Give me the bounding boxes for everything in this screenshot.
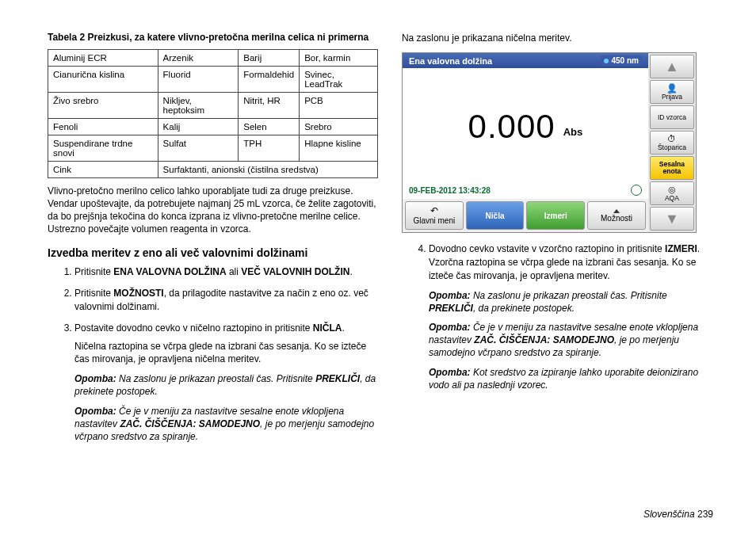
cell: Svinec, LeadTrak <box>300 66 378 92</box>
chevron-up-icon <box>613 209 620 213</box>
text-bold: MOŽNOSTI <box>113 288 163 299</box>
page-footer: Slovenščina 239 <box>643 509 713 520</box>
text-bold: PREKLIČI <box>315 373 360 384</box>
timestamp: 09-FEB-2012 13:43:28 <box>409 186 491 195</box>
note: Opomba: Če je v meniju za nastavitve ses… <box>74 405 378 444</box>
cell: Fluorid <box>158 66 239 92</box>
login-icon: 👤 <box>666 84 678 93</box>
cell: Cink <box>48 161 158 177</box>
stopwatch-icon: ⏱ <box>667 135 676 143</box>
cell: Fenoli <box>48 118 158 135</box>
text-bold: ENA VALOVNA DOLŽINA <box>113 266 226 277</box>
text: . <box>349 266 352 277</box>
wavelength-value: 450 nm <box>611 56 638 65</box>
aqa-icon: ◎ <box>668 185 676 194</box>
text-bold: VEČ VALOVNIH DOLŽIN <box>241 266 349 277</box>
reading-area: 0.000 Abs <box>403 68 648 185</box>
text-bold: ZAČ. ČIŠČENJA: SAMODEJNO <box>474 334 614 345</box>
text: Pritisnite <box>74 266 113 277</box>
cell: Sulfat <box>158 135 239 161</box>
scroll-up-button[interactable]: ▲ <box>650 55 694 78</box>
device-screenshot: Ena valovna dolžina 450 nm 0.000 Abs 09-… <box>402 52 716 233</box>
note-label: Opomba: <box>429 322 471 333</box>
text: Na zaslonu je prikazan preostali čas. Pr… <box>471 290 667 301</box>
cell: Cianurična kislina <box>48 66 158 92</box>
cell: Surfaktanti, anionski (čistilna sredstva… <box>158 161 377 177</box>
cell: Suspendirane trdne snovi <box>48 135 158 161</box>
options-button[interactable]: Možnosti <box>587 201 646 230</box>
zero-button[interactable]: Ničla <box>466 201 525 230</box>
cell: Nikljev, heptoksim <box>158 92 239 118</box>
back-arrow-icon: ↶ <box>430 206 438 216</box>
recycle-icon <box>631 185 642 196</box>
text: Dovodno cevko vstavite v vzorčno raztopi… <box>429 243 665 254</box>
step-4: Dovodno cevko vstavite v vzorčno raztopi… <box>429 242 716 391</box>
button-label: AQA <box>665 195 679 202</box>
paragraph: Vlivno-pretočno merilno celico lahko upo… <box>48 185 378 236</box>
cell: TPH <box>239 135 300 161</box>
cell: Aluminij ECR <box>48 49 158 66</box>
step-3: Postavite dovodno cevko v ničelno raztop… <box>74 322 378 443</box>
reading-value: 0.000 <box>468 108 556 146</box>
cell: Formaldehid <box>239 66 300 92</box>
text: ali <box>227 266 242 277</box>
reading-unit: Abs <box>563 126 583 138</box>
cell: PCB <box>300 92 378 118</box>
text: . <box>697 243 700 254</box>
main-menu-button[interactable]: ↶Glavni meni <box>405 201 464 230</box>
aqa-button[interactable]: ◎AQA <box>650 181 694 205</box>
button-label: ID vzorca <box>658 114 686 121</box>
timer-button[interactable]: ⏱Štoparica <box>650 131 694 154</box>
paragraph: Na zaslonu je prikazana ničelna meritev. <box>402 32 716 44</box>
footer-language: Slovenščina <box>643 509 695 520</box>
sipper-button[interactable]: Sesalna enota <box>650 156 694 180</box>
note-label: Opomba: <box>74 406 116 417</box>
sample-id-button[interactable]: ID vzorca <box>650 105 694 129</box>
button-label: Štoparica <box>658 144 686 151</box>
screen-title: Ena valovna dolžina <box>409 56 492 66</box>
wavelength-indicator-icon <box>604 59 609 63</box>
cell: Nitrit, HR <box>239 92 300 118</box>
text: Na zaslonu je prikazan preostali čas. Pr… <box>116 373 315 384</box>
cell: Arzenik <box>158 49 239 66</box>
footer-page-number: 239 <box>697 509 713 520</box>
cell: Bor, karmin <box>300 49 378 66</box>
note-label: Opomba: <box>74 373 116 384</box>
note: Opomba: Če je v meniju za nastavitve ses… <box>429 321 716 360</box>
step-1: Pritisnite ENA VALOVNA DOLŽINA ali VEČ V… <box>74 265 378 279</box>
measure-button[interactable]: Izmeri <box>526 201 585 230</box>
text-bold: NIČLA <box>313 322 342 334</box>
note-label: Opomba: <box>429 367 471 378</box>
text: . <box>342 322 345 334</box>
cell: Srebro <box>300 118 378 135</box>
text: , da prekinete postopek. <box>473 303 575 314</box>
scroll-down-button[interactable]: ▼ <box>650 207 694 231</box>
note-label: Opomba: <box>429 290 471 301</box>
step-subtext: Vzorčna raztopina se včrpa glede na izbr… <box>429 256 716 283</box>
note: Opomba: Kot sredstvo za izpiranje lahko … <box>429 366 716 391</box>
button-label: Prijava <box>662 93 682 101</box>
login-button[interactable]: 👤Prijava <box>650 80 694 104</box>
note: Opomba: Na zaslonu je prikazan preostali… <box>74 372 378 398</box>
text-bold: ZAČ. ČIŠČENJA: SAMODEJNO <box>120 418 260 429</box>
tests-table: Aluminij ECR Arzenik Barij Bor, karmin C… <box>48 49 378 178</box>
cell: Selen <box>239 118 300 135</box>
text-bold: IZMERI <box>665 243 697 254</box>
note: Opomba: Na zaslonu je prikazan preostali… <box>429 289 716 315</box>
wavelength-badge[interactable]: 450 nm <box>601 55 641 66</box>
text: Pritisnite <box>74 288 113 299</box>
text: Postavite dovodno cevko v ničelno raztop… <box>74 322 313 334</box>
step-2: Pritisnite MOŽNOSTI, da prilagodite nast… <box>74 287 378 314</box>
button-label: Možnosti <box>601 214 632 223</box>
cell: Kalij <box>158 118 239 135</box>
table-caption: Tabela 2 Preizkusi, za katere vlivno-pre… <box>48 32 378 44</box>
cell: Barij <box>239 49 300 66</box>
cell: Živo srebro <box>48 92 158 118</box>
screen-titlebar: Ena valovna dolžina 450 nm <box>403 53 648 68</box>
cell: Hlapne kisline <box>300 135 378 161</box>
text-bold: PREKLIČI <box>429 303 473 314</box>
section-heading: Izvedba meritev z eno ali več valovnimi … <box>48 246 378 259</box>
step-subtext: Ničelna raztopina se včrpa glede na izbr… <box>74 340 378 367</box>
button-label: Glavni meni <box>413 216 455 225</box>
